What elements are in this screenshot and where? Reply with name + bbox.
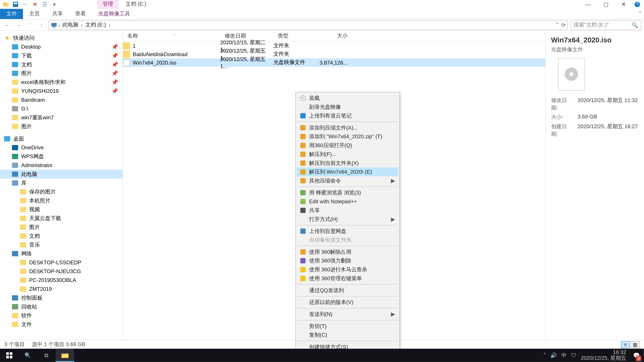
menu-item[interactable]: 其他压缩命令▶ bbox=[297, 176, 398, 185]
tree-item[interactable]: G:\ bbox=[0, 104, 122, 113]
qat-dropdown-icon[interactable]: ▾ bbox=[51, 1, 58, 7]
back-button[interactable]: ← bbox=[3, 21, 12, 29]
ribbon-tab-view[interactable]: 查看 bbox=[69, 9, 92, 19]
col-type[interactable]: 类型 bbox=[273, 32, 318, 40]
tree-item[interactable]: 本机照片 bbox=[0, 196, 122, 205]
properties-icon[interactable]: ☰ bbox=[42, 1, 48, 7]
breadcrumb-dropdown-icon[interactable]: ˅ bbox=[556, 22, 559, 28]
menu-item[interactable]: 解压到当前文件夹(X) bbox=[297, 159, 398, 168]
menu-item[interactable]: 发送到(N)▶ bbox=[297, 310, 398, 319]
minimize-button[interactable]: — bbox=[579, 0, 597, 9]
tree-section-desktop[interactable]: 桌面 bbox=[0, 134, 122, 143]
menu-item[interactable]: 解压到(F)... bbox=[297, 150, 398, 159]
menu-item[interactable]: 上传到有道云笔记 bbox=[297, 111, 398, 120]
file-row[interactable]: 1 2020/12/15, 星期二 1... 文件夹 bbox=[123, 41, 545, 50]
tree-item[interactable]: 此电脑 bbox=[0, 170, 122, 179]
tree-item[interactable]: 文件 bbox=[0, 320, 122, 329]
tree-item[interactable]: Desktop📌 bbox=[0, 42, 122, 51]
tree-item[interactable]: ZMT2019 bbox=[0, 285, 122, 294]
menu-item[interactable]: 添加到 "Win7x64_2020.zip" (T) bbox=[297, 132, 398, 141]
search-input[interactable]: 搜索"文档 (E:)" 🔍 bbox=[570, 20, 641, 30]
menu-item[interactable]: 共享 bbox=[297, 206, 398, 215]
tree-item[interactable]: 库 bbox=[0, 178, 122, 187]
search-button[interactable]: 🔍 bbox=[18, 349, 37, 362]
menu-item[interactable]: 剪切(T) bbox=[297, 322, 398, 331]
col-size[interactable]: 大小 bbox=[318, 32, 353, 40]
tree-item[interactable]: DESKTOP-NJEU3CG bbox=[0, 267, 122, 276]
tree-item[interactable]: 下载📌 bbox=[0, 51, 122, 60]
ime-indicator[interactable]: 中 bbox=[561, 352, 567, 359]
menu-item[interactable]: 用360压缩打开(Q) bbox=[297, 141, 398, 150]
breadcrumb-item[interactable]: 此电脑 bbox=[60, 21, 80, 29]
view-details-button[interactable]: ≡ bbox=[621, 341, 630, 348]
tree-item[interactable]: 图片 bbox=[0, 122, 122, 131]
menu-item[interactable]: 使用 360强力删除 bbox=[297, 256, 398, 265]
tree-item[interactable]: 文档 bbox=[0, 232, 122, 241]
column-headers[interactable]: 名称˄ 修改日期 类型 大小 bbox=[123, 31, 545, 41]
refresh-icon[interactable]: ⟳ bbox=[561, 22, 566, 28]
breadcrumb[interactable]: › 此电脑 › 文档 (E:) › ˅ ⟳ bbox=[49, 20, 568, 30]
tree-item[interactable]: Administrator bbox=[0, 161, 122, 170]
explorer-taskbar-button[interactable] bbox=[56, 349, 74, 362]
help-icon[interactable]: ? bbox=[634, 1, 640, 7]
menu-item[interactable]: 通过QQ发送到 bbox=[297, 286, 398, 295]
menu-item[interactable]: 使用 360进行木马云查杀 bbox=[297, 265, 398, 274]
tree-item[interactable]: 回收站 bbox=[0, 302, 122, 311]
tree-item[interactable]: 天翼云盘下载 bbox=[0, 214, 122, 223]
menu-item[interactable]: 添加到压缩文件(A)... bbox=[297, 123, 398, 132]
tree-item[interactable]: 视频 bbox=[0, 205, 122, 214]
ribbon-tab-home[interactable]: 主页 bbox=[23, 9, 46, 19]
volume-icon[interactable]: 🔊 bbox=[550, 352, 557, 359]
menu-item[interactable]: 打开方式(H)▶ bbox=[297, 215, 398, 224]
close-button[interactable]: ✕ bbox=[615, 0, 632, 9]
start-button[interactable] bbox=[0, 349, 18, 362]
tree-item[interactable]: 网络 bbox=[0, 249, 122, 258]
taskbar[interactable]: 🔍 ⧉ ˄ 🔊 中 🛡 16:32 2020/12/25, 星期五 💬3 bbox=[0, 349, 644, 362]
tree-item[interactable]: 软件 bbox=[0, 311, 122, 320]
up-button[interactable]: ↑ bbox=[37, 21, 46, 29]
menu-item[interactable]: 使用 360解除占用 bbox=[297, 248, 398, 256]
recent-dropdown-icon[interactable]: ˅ bbox=[26, 21, 34, 29]
tree-item[interactable]: 图片 bbox=[0, 223, 122, 232]
file-tab[interactable]: 文件 bbox=[0, 9, 23, 19]
ribbon-tab-disc-tools[interactable]: 光盘映像工具 bbox=[92, 9, 136, 19]
tree-item[interactable]: excel表格制作求和📌 bbox=[0, 78, 122, 87]
clock[interactable]: 16:32 2020/12/25, 星期五 bbox=[581, 350, 626, 361]
menu-item[interactable]: 用 蜂蜜浏览器 浏览(3) bbox=[297, 188, 398, 197]
tree-item[interactable]: 保存的图片 bbox=[0, 187, 122, 196]
menu-item[interactable]: 装载 bbox=[297, 94, 398, 103]
task-view-button[interactable]: ⧉ bbox=[37, 349, 56, 362]
tree-item[interactable]: Bandicam bbox=[0, 95, 122, 104]
col-date[interactable]: 修改日期 bbox=[220, 32, 273, 40]
save-icon[interactable] bbox=[12, 1, 18, 7]
menu-item[interactable]: 使用 360管理右键菜单 bbox=[297, 274, 398, 283]
tree-item[interactable]: DESKTOP-LSSOEDP bbox=[0, 258, 122, 267]
tree-item[interactable]: 图片📌 bbox=[0, 69, 122, 78]
file-row[interactable]: BaiduNetdiskDownload 2020/12/25, 星期五 1..… bbox=[123, 50, 545, 58]
menu-item[interactable]: 解压到 Win7x64_2020\ (E) bbox=[297, 167, 398, 176]
ribbon-tab-share[interactable]: 共享 bbox=[46, 9, 69, 19]
chevron-right-icon[interactable]: › bbox=[58, 22, 60, 28]
breadcrumb-item[interactable]: 文档 (E:) bbox=[84, 21, 108, 29]
forward-button[interactable]: → bbox=[14, 21, 23, 29]
tree-item[interactable]: WPS网盘 bbox=[0, 152, 122, 161]
system-tray[interactable]: ˄ 🔊 中 🛡 16:32 2020/12/25, 星期五 💬3 bbox=[543, 349, 644, 362]
nav-tree[interactable]: ★快速访问Desktop📌下载📌文档📌图片📌excel表格制作求和📌YUNQIS… bbox=[0, 31, 123, 340]
security-icon[interactable]: 🛡 bbox=[571, 352, 576, 359]
tree-item[interactable]: 控制面板 bbox=[0, 294, 122, 302]
view-icons-button[interactable]: ▦ bbox=[630, 341, 640, 348]
chevron-right-icon[interactable]: › bbox=[109, 22, 110, 28]
tree-item[interactable]: 文档📌 bbox=[0, 60, 122, 69]
tree-item[interactable]: PC-20190530OBLA bbox=[0, 276, 122, 285]
file-list[interactable]: 名称˄ 修改日期 类型 大小 1 2020/12/15, 星期二 1... 文件… bbox=[123, 31, 545, 340]
tree-item[interactable]: 音乐 bbox=[0, 241, 122, 249]
delete-icon[interactable]: ✕ bbox=[32, 1, 38, 7]
menu-item[interactable]: 上传到百度网盘 bbox=[297, 227, 398, 236]
tray-overflow-icon[interactable]: ˄ bbox=[543, 352, 546, 359]
menu-item[interactable]: 还原以前的版本(V) bbox=[297, 298, 398, 307]
ribbon-collapse-icon[interactable]: ˅ bbox=[639, 9, 644, 19]
menu-item[interactable]: Edit with Notepad++ bbox=[297, 197, 398, 206]
tree-item[interactable]: YUNQISHI2019📌 bbox=[0, 87, 122, 95]
menu-item[interactable]: 复制(C) bbox=[297, 331, 398, 339]
menu-item[interactable]: 刻录光盘映像 bbox=[297, 103, 398, 111]
